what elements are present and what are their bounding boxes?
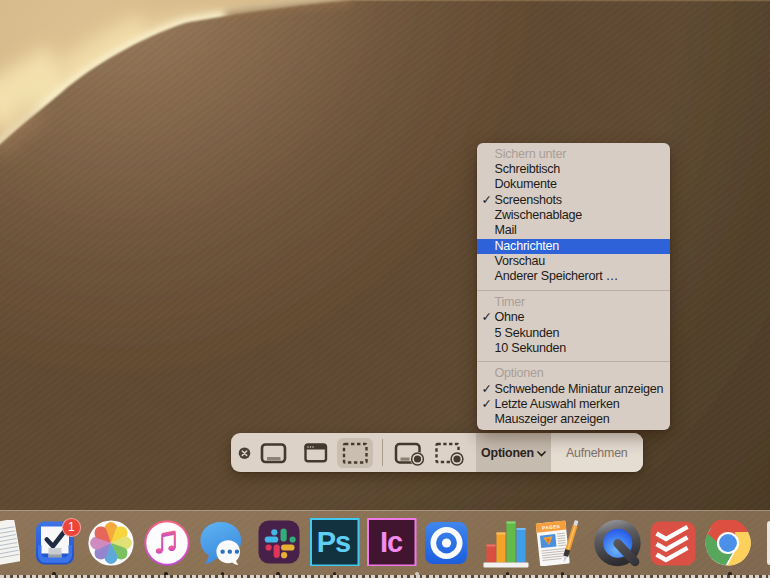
svg-text:Ps: Ps xyxy=(317,526,350,558)
svg-text:Ic: Ic xyxy=(380,526,403,558)
